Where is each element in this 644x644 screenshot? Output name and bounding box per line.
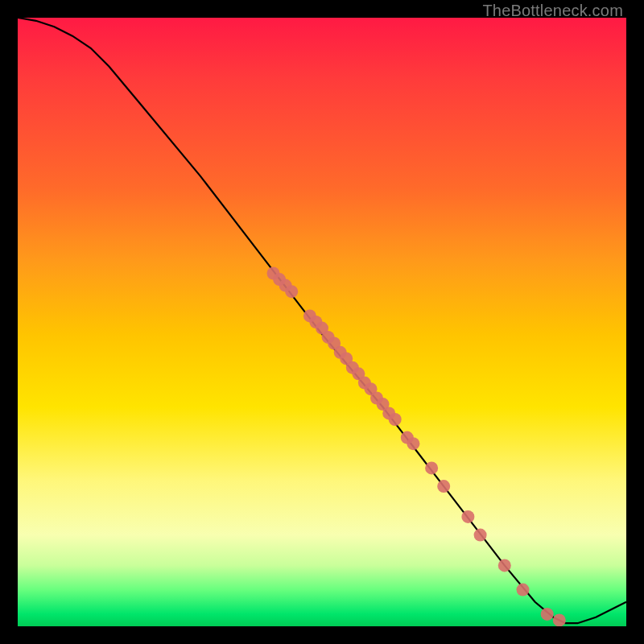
sample-point — [285, 285, 298, 298]
sample-point — [407, 437, 419, 450]
sample-point — [425, 461, 438, 474]
sample-point — [517, 584, 530, 597]
sample-points-group — [267, 267, 566, 627]
sample-point — [541, 608, 554, 621]
curve-layer — [18, 18, 626, 626]
sample-point — [461, 510, 474, 523]
plot-area — [18, 18, 626, 626]
sample-point — [498, 559, 511, 572]
sample-point — [474, 529, 487, 542]
sample-point — [389, 413, 402, 426]
attribution-text: TheBottleneck.com — [482, 2, 623, 20]
sample-point — [553, 613, 566, 626]
chart-container: TheBottleneck.com — [0, 0, 644, 644]
sample-point — [437, 480, 450, 493]
